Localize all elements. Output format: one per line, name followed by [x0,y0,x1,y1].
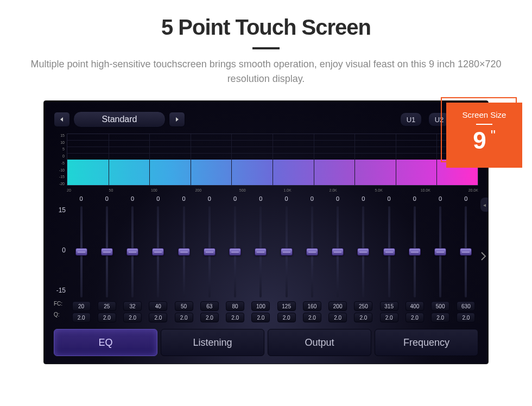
eq-q-box[interactable]: 2.0 [431,313,449,322]
eq-slider-thumb[interactable] [204,248,216,256]
eq-fc-box[interactable]: 50 [175,301,193,311]
triangle-right-icon [174,117,180,122]
screen-size-badge: Screen Size 9" [441,97,522,169]
eq-fc-box[interactable]: 630 [457,301,475,311]
eq-q-box[interactable]: 2.0 [380,313,398,322]
eq-fc-box[interactable]: 100 [251,301,270,311]
eq-slider-thumb[interactable] [126,248,138,256]
eq-slider[interactable] [183,206,185,297]
eq-slider[interactable] [106,206,108,297]
eq-slider[interactable] [311,206,313,297]
eq-q-box[interactable]: 2.0 [72,313,91,322]
eq-slider-thumb[interactable] [229,248,241,256]
eq-slider[interactable] [439,206,441,297]
eq-q-box[interactable]: 2.0 [251,313,270,322]
eq-slider[interactable] [80,206,83,297]
eq-fc-box[interactable]: 20 [72,301,91,311]
preset-prev-button[interactable] [54,112,70,127]
spectrum-chart: 15 10 5 0 -5 -10 -15 -20 [54,134,478,186]
eq-band-100: 01002.0 [249,195,273,322]
eq-band-value: 0 [336,195,339,204]
eq-band-160: 01602.0 [300,195,324,322]
tab-eq[interactable]: EQ [54,329,157,356]
device-wrapper: Screen Size 9" Standard U1 U2 U3 15 10 [43,100,489,364]
eq-slider-thumb[interactable] [434,248,446,256]
spectrum-y-labels: 15 10 5 0 -5 -10 -15 -20 [54,134,67,186]
chevron-right-icon [480,251,487,261]
eq-q-box[interactable]: 2.0 [277,313,296,322]
eq-slider-thumb[interactable] [460,248,472,256]
eq-fc-box[interactable]: 63 [200,301,219,311]
eq-fc-box[interactable]: 25 [98,301,116,311]
eq-band-20: 0202.0 [69,195,93,322]
eq-band-value: 0 [362,195,365,204]
eq-fc-box[interactable]: 315 [380,301,398,311]
eq-q-box[interactable]: 2.0 [149,313,167,322]
eq-slider-thumb[interactable] [409,248,421,256]
preset-next-button[interactable] [169,112,185,127]
eq-band-value: 0 [208,195,211,204]
eq-slider[interactable] [131,206,134,297]
eq-q-box[interactable]: 2.0 [303,313,321,322]
eq-slider-thumb[interactable] [281,248,293,256]
eq-band-315: 03152.0 [377,195,401,322]
eq-slider[interactable] [388,206,390,297]
eq-slider-thumb[interactable] [101,248,113,256]
eq-slider[interactable] [157,206,159,297]
eq-q-box[interactable]: 2.0 [457,313,475,322]
eq-fc-box[interactable]: 125 [277,301,296,311]
eq-fc-box[interactable]: 160 [303,301,321,311]
eq-slider-thumb[interactable] [75,248,87,256]
top-bar: Standard U1 U2 U3 [54,111,478,128]
eq-slider[interactable] [208,206,211,297]
eq-slider-thumb[interactable] [255,248,267,256]
eq-fc-box[interactable]: 200 [328,301,347,311]
eq-band-value: 0 [259,195,262,204]
eq-slider[interactable] [337,206,339,297]
tab-listening[interactable]: Listening [161,329,264,356]
eq-q-box[interactable]: 2.0 [200,313,219,322]
eq-fc-box[interactable]: 80 [226,301,244,311]
tab-frequency[interactable]: Frequency [375,329,478,356]
eq-slider[interactable] [465,206,467,297]
eq-fc-box[interactable]: 250 [354,301,372,311]
eq-band-63: 0632.0 [197,195,221,322]
bottom-tabs: EQ Listening Output Frequency [54,329,478,356]
eq-q-box[interactable]: 2.0 [406,313,424,322]
eq-fc-box[interactable]: 400 [406,301,424,311]
eq-fc-box[interactable]: 40 [149,301,167,311]
eq-band-value: 0 [439,195,442,204]
tab-output[interactable]: Output [268,329,371,356]
eq-slider-thumb[interactable] [357,248,369,256]
eq-band-40: 0402.0 [146,195,170,322]
badge-unit: " [491,127,496,143]
eq-q-box[interactable]: 2.0 [175,313,193,322]
eq-slider[interactable] [362,206,364,297]
next-page-button[interactable] [480,251,487,264]
eq-band-value: 0 [156,195,160,204]
eq-fcq-labels: FC: Q: [54,299,69,320]
eq-q-box[interactable]: 2.0 [226,313,244,322]
eq-band-500: 05002.0 [428,195,453,322]
user-preset-u1-button[interactable]: U1 [400,112,422,126]
preset-select-button[interactable]: Standard [73,111,166,128]
eq-slider[interactable] [414,206,416,297]
eq-slider-thumb[interactable] [178,248,190,256]
eq-q-box[interactable]: 2.0 [98,313,116,322]
eq-band-50: 0502.0 [172,195,196,322]
eq-slider-thumb[interactable] [306,248,318,256]
eq-slider-thumb[interactable] [332,248,344,256]
eq-q-box[interactable]: 2.0 [354,313,372,322]
eq-q-box[interactable]: 2.0 [328,313,347,322]
eq-slider-thumb[interactable] [152,248,164,256]
eq-slider[interactable] [234,206,236,297]
eq-slider[interactable] [286,206,288,297]
eq-band-80: 0802.0 [223,195,248,322]
eq-band-value: 0 [464,195,467,204]
eq-fc-box[interactable]: 32 [123,301,142,311]
expand-handle[interactable]: ◂ [480,198,488,212]
eq-slider-thumb[interactable] [383,248,395,256]
eq-slider[interactable] [259,206,262,297]
eq-q-box[interactable]: 2.0 [123,313,142,322]
eq-fc-box[interactable]: 500 [431,301,449,311]
